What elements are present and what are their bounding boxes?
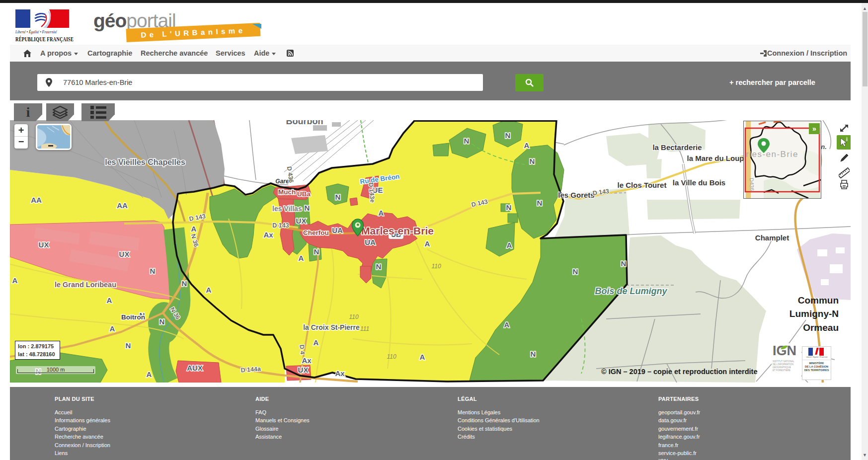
svg-text:D 4: D 4 bbox=[298, 344, 306, 355]
svg-text:les Villas: les Villas bbox=[272, 205, 302, 213]
svg-text:N: N bbox=[530, 157, 535, 165]
svg-text:le Grand Loribeau: le Grand Loribeau bbox=[55, 281, 116, 289]
svg-text:AUX: AUX bbox=[187, 364, 203, 372]
svg-text:Champlet: Champlet bbox=[755, 233, 789, 242]
svg-text:A: A bbox=[147, 370, 152, 379]
svg-text:N: N bbox=[314, 247, 319, 256]
svg-text:Ax: Ax bbox=[263, 230, 273, 239]
svg-text:la Ville du Bois: la Ville du Bois bbox=[673, 178, 725, 187]
svg-text:Ax: Ax bbox=[335, 369, 345, 378]
svg-text:Bois de Lumigny: Bois de Lumigny bbox=[595, 286, 667, 296]
svg-text:A: A bbox=[425, 239, 430, 248]
svg-text:110: 110 bbox=[349, 313, 358, 320]
svg-text:Gare: Gare bbox=[275, 178, 289, 185]
svg-text:111: 111 bbox=[360, 325, 369, 332]
svg-text:n.: n. bbox=[821, 143, 827, 151]
svg-text:N: N bbox=[182, 279, 187, 288]
svg-text:A: A bbox=[504, 320, 510, 329]
svg-text:AA: AA bbox=[117, 201, 128, 210]
svg-text:N: N bbox=[305, 204, 310, 212]
svg-text:UBa: UBa bbox=[297, 190, 311, 198]
svg-text:D436: D436 bbox=[749, 178, 755, 191]
svg-text:Ormeau: Ormeau bbox=[803, 322, 839, 333]
svg-text:N: N bbox=[531, 350, 536, 358]
svg-text:A: A bbox=[107, 296, 112, 305]
svg-text:la Croix St-Pierre: la Croix St-Pierre bbox=[303, 323, 360, 331]
svg-text:Boitron: Boitron bbox=[121, 313, 145, 321]
svg-text:A: A bbox=[379, 209, 384, 217]
svg-text:D 143: D 143 bbox=[272, 222, 289, 229]
svg-text:N: N bbox=[335, 193, 341, 201]
svg-text:les Vieilles Chapelles: les Vieilles Chapelles bbox=[105, 158, 185, 166]
svg-text:A: A bbox=[110, 324, 115, 333]
svg-text:N: N bbox=[464, 137, 470, 145]
svg-text:110: 110 bbox=[387, 353, 396, 360]
svg-text:Lumigny-N: Lumigny-N bbox=[789, 308, 839, 319]
svg-text:i: i bbox=[846, 137, 848, 142]
svg-text:N: N bbox=[126, 341, 131, 350]
svg-text:UA: UA bbox=[332, 226, 343, 234]
svg-text:UX: UX bbox=[298, 366, 309, 374]
svg-text:AA: AA bbox=[31, 196, 42, 204]
svg-text:A: A bbox=[191, 225, 197, 233]
svg-text:les Gorets: les Gorets bbox=[558, 191, 594, 199]
svg-text:N: N bbox=[573, 267, 578, 276]
svg-text:A: A bbox=[206, 286, 212, 294]
svg-text:N: N bbox=[506, 203, 512, 212]
svg-text:Much: Much bbox=[278, 188, 296, 196]
svg-text:110: 110 bbox=[431, 263, 441, 270]
svg-text:N: N bbox=[505, 131, 511, 140]
svg-text:UX: UX bbox=[296, 217, 307, 225]
svg-text:rles-en-Brie: rles-en-Brie bbox=[746, 150, 798, 159]
svg-text:la Bectarderie: la Bectarderie bbox=[652, 143, 702, 152]
svg-text:A: A bbox=[299, 254, 304, 262]
svg-text:N: N bbox=[150, 267, 156, 275]
svg-text:Commun: Commun bbox=[798, 295, 839, 306]
svg-text:A: A bbox=[524, 141, 530, 150]
svg-text:Cherfou: Cherfou bbox=[303, 229, 329, 236]
svg-text:UX: UX bbox=[119, 250, 130, 258]
svg-text:UX: UX bbox=[39, 240, 49, 249]
svg-text:Ax: Ax bbox=[302, 356, 312, 365]
svg-text:N: N bbox=[376, 262, 382, 271]
svg-text:A: A bbox=[314, 338, 319, 347]
svg-text:Marles-en-Brie: Marles-en-Brie bbox=[361, 225, 434, 236]
svg-text:D 144a: D 144a bbox=[240, 366, 261, 374]
svg-text:le Clos Touret: le Clos Touret bbox=[618, 181, 667, 189]
svg-text:N: N bbox=[159, 317, 165, 326]
svg-text:A: A bbox=[12, 276, 18, 285]
svg-text:A: A bbox=[507, 241, 512, 249]
svg-text:la Mare du Loup: la Mare du Loup bbox=[687, 154, 744, 162]
svg-text:N: N bbox=[621, 259, 627, 268]
svg-text:UA: UA bbox=[365, 238, 376, 246]
svg-text:A: A bbox=[420, 353, 425, 361]
svg-text:N: N bbox=[537, 199, 543, 207]
